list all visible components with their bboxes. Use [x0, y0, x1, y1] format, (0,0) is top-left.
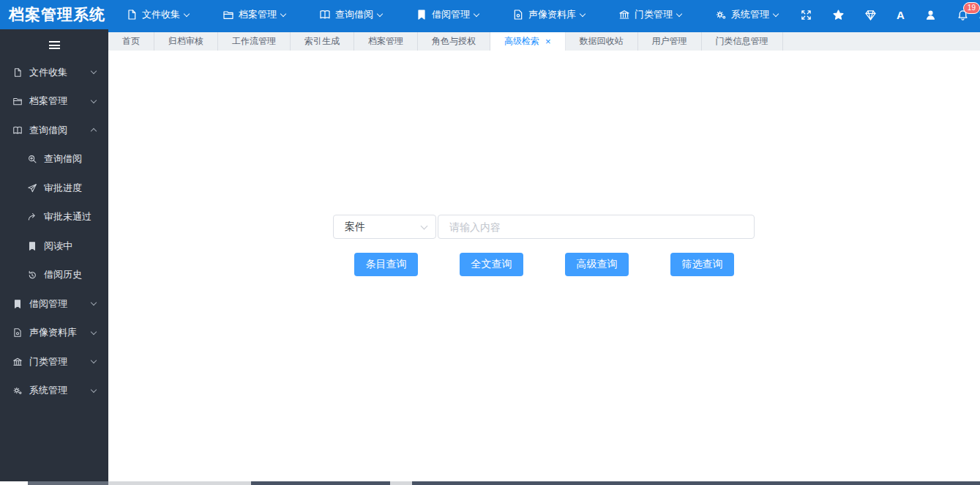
chevron-down-icon	[377, 10, 383, 16]
search-panel: 案件 条目查询 全文查询 高级查询 筛选查询	[333, 215, 755, 276]
search-buttons: 条目查询 全文查询 高级查询 筛选查询	[354, 253, 734, 276]
sidebar-item-label: 查询借阅	[44, 152, 82, 166]
sidebar-subitem-reading[interactable]: 阅读中	[0, 232, 108, 261]
sidebar-item-av-library[interactable]: 声像资料库	[0, 319, 108, 348]
gears-icon	[715, 9, 727, 21]
sidebar: 文件收集 档案管理 查询借阅 查询借阅 审批进度	[0, 29, 108, 481]
chevron-down-icon	[421, 222, 428, 229]
filter-query-button[interactable]: 筛选查询	[670, 253, 734, 276]
tab-archive-review[interactable]: 归档审核	[154, 32, 218, 51]
menu-label: 声像资料库	[528, 8, 576, 21]
chevron-down-icon	[91, 97, 97, 103]
star-icon[interactable]	[832, 9, 845, 21]
sidebar-horizontal-scrollbar-thumb[interactable]	[28, 481, 108, 485]
chevron-down-icon	[580, 10, 586, 16]
sidebar-item-label: 档案管理	[29, 95, 67, 108]
book-icon	[319, 9, 331, 21]
menu-item-archive-management[interactable]: 档案管理	[220, 0, 288, 29]
close-icon[interactable]: ×	[545, 37, 551, 46]
category-select[interactable]: 案件	[333, 215, 436, 239]
menu-item-query-borrow[interactable]: 查询借阅	[316, 0, 385, 29]
tab-bar: 首页 归档审核 工作流管理 索引生成 档案管理 角色与授权 高级检索 × 数据回…	[108, 29, 980, 51]
sidebar-item-label: 审批进度	[44, 182, 82, 195]
chevron-down-icon	[474, 10, 479, 16]
sidebar-item-label: 声像资料库	[29, 326, 77, 339]
redo-arrow-icon	[27, 212, 37, 222]
history-icon	[27, 270, 37, 280]
fullscreen-icon[interactable]	[800, 9, 812, 21]
sidebar-nav: 文件收集 档案管理 查询借阅 查询借阅 审批进度	[0, 58, 108, 405]
entry-query-button[interactable]: 条目查询	[354, 253, 418, 276]
menu-label: 文件收集	[142, 8, 180, 21]
search-icon	[27, 154, 37, 164]
font-size-icon[interactable]: A	[897, 9, 905, 21]
main-area: 首页 归档审核 工作流管理 索引生成 档案管理 角色与授权 高级检索 × 数据回…	[108, 29, 980, 481]
search-input[interactable]	[438, 215, 755, 239]
sidebar-item-file-collection[interactable]: 文件收集	[0, 58, 108, 87]
horizontal-scrollbar-thumb[interactable]	[412, 481, 980, 485]
chevron-down-icon	[773, 10, 779, 16]
category-select-value: 案件	[345, 221, 365, 234]
bank-icon	[618, 9, 630, 21]
media-file-icon	[12, 327, 23, 338]
sidebar-item-label: 借阅历史	[44, 268, 82, 281]
sidebar-subitem-approval-progress[interactable]: 审批进度	[0, 174, 108, 203]
tab-category-info-management[interactable]: 门类信息管理	[702, 32, 783, 51]
horizontal-scrollbar-thumb[interactable]	[251, 481, 390, 485]
hamburger-menu-icon	[49, 41, 60, 49]
tab-user-management[interactable]: 用户管理	[638, 32, 702, 51]
top-navbar: 档案管理系统 文件收集 档案管理 查询借阅 借阅管理	[0, 0, 980, 29]
sidebar-subitem-borrow-history[interactable]: 借阅历史	[0, 261, 108, 290]
bookmark-icon	[416, 9, 427, 21]
search-row: 案件	[333, 215, 755, 239]
gears-icon	[12, 385, 23, 396]
menu-label: 门类管理	[635, 8, 673, 21]
file-icon	[126, 9, 138, 21]
sidebar-item-label: 借阅管理	[29, 297, 67, 311]
archive-management-app: 档案管理系统 文件收集 档案管理 查询借阅 借阅管理	[0, 0, 980, 485]
menu-item-file-collection[interactable]: 文件收集	[123, 0, 192, 29]
tab-data-recycle-bin[interactable]: 数据回收站	[566, 32, 638, 51]
chevron-down-icon	[91, 329, 97, 335]
sidebar-item-system-management[interactable]: 系统管理	[0, 377, 108, 406]
sidebar-subitem-approval-rejected[interactable]: 审批未通过	[0, 203, 108, 232]
gem-theme-icon[interactable]	[864, 9, 877, 21]
chevron-down-icon	[91, 300, 97, 306]
sidebar-subitem-query-borrow[interactable]: 查询借阅	[0, 145, 108, 174]
menu-item-borrow-management[interactable]: 借阅管理	[413, 0, 482, 29]
menu-label: 档案管理	[239, 8, 277, 21]
fulltext-query-button[interactable]: 全文查询	[460, 253, 523, 276]
sidebar-item-label: 阅读中	[44, 240, 72, 253]
sidebar-collapse-button[interactable]	[0, 34, 108, 56]
tab-roles-authorization[interactable]: 角色与授权	[418, 32, 490, 51]
sidebar-item-category-management[interactable]: 门类管理	[0, 347, 108, 377]
sidebar-item-archive-management[interactable]: 档案管理	[0, 87, 108, 116]
tab-home[interactable]: 首页	[108, 32, 154, 51]
tab-index-generation[interactable]: 索引生成	[291, 32, 354, 51]
advanced-query-button[interactable]: 高级查询	[565, 253, 629, 276]
sidebar-item-query-borrow[interactable]: 查询借阅	[0, 116, 108, 145]
sidebar-item-borrow-management[interactable]: 借阅管理	[0, 289, 108, 319]
menu-item-category-management[interactable]: 门类管理	[616, 0, 684, 29]
menu-label: 查询借阅	[335, 8, 373, 21]
paper-plane-icon	[27, 183, 37, 193]
folder-icon	[222, 9, 234, 21]
bookmark-icon	[27, 241, 37, 251]
tab-archive-management[interactable]: 档案管理	[354, 32, 418, 51]
tab-workflow-management[interactable]: 工作流管理	[218, 32, 291, 51]
notification-badge: 19	[963, 2, 980, 14]
header-action-icons: A 19	[800, 9, 969, 21]
bookmark-icon	[12, 299, 23, 309]
tab-advanced-search[interactable]: 高级检索 ×	[490, 32, 566, 51]
menu-item-av-library[interactable]: 声像资料库	[509, 0, 588, 29]
sidebar-item-label: 系统管理	[29, 384, 67, 397]
bell-icon[interactable]: 19	[957, 9, 969, 21]
sidebar-item-label: 门类管理	[29, 355, 67, 369]
chevron-down-icon	[91, 387, 97, 393]
sidebar-item-label: 审批未通过	[44, 210, 91, 223]
folder-icon	[12, 96, 23, 106]
menu-item-system-management[interactable]: 系统管理	[712, 0, 781, 29]
user-icon[interactable]	[924, 9, 937, 21]
chevron-down-icon	[676, 10, 682, 16]
main-menu: 文件收集 档案管理 查询借阅 借阅管理 声像资料库	[123, 0, 781, 29]
